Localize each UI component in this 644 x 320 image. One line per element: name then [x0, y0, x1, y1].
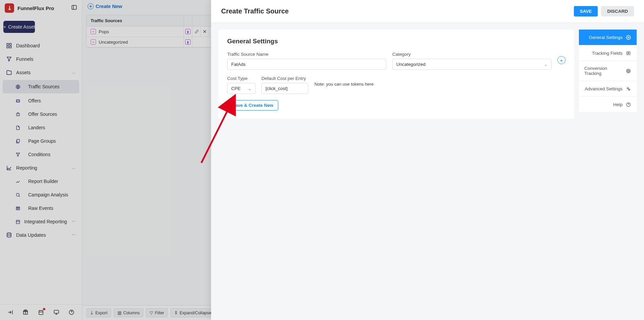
svg-point-18 [628, 37, 629, 38]
discard-button[interactable]: DISCARD [601, 6, 634, 16]
help-icon [625, 101, 631, 107]
chevron-down-icon: ⌄ [544, 62, 547, 67]
add-category-button[interactable]: + [557, 56, 565, 64]
cost-per-entry-label: Default Cost per Entry [261, 76, 308, 81]
tab-label: Tracking Fields [592, 51, 623, 56]
cost-type-value: CPE [231, 86, 241, 91]
tab-conversion-tracking[interactable]: Conversion Tracking [579, 61, 637, 81]
tab-label: Advanced Settings [585, 86, 623, 91]
cost-type-select[interactable]: CPE ⌄ [227, 83, 255, 94]
tab-label: Conversion Tracking [584, 66, 623, 76]
tab-label: General Settings [589, 35, 623, 40]
tab-tracking-fields[interactable]: Tracking Fields [579, 45, 637, 61]
category-label: Category [392, 52, 551, 57]
category-select[interactable]: Uncategorized ⌄ [392, 59, 551, 70]
tab-general-settings[interactable]: General Settings [579, 30, 637, 45]
cost-type-label: Cost Type [227, 76, 255, 81]
svg-point-24 [629, 89, 630, 90]
drawer-header: Create Traffic Source SAVE DISCARD [211, 0, 644, 23]
tab-advanced-settings[interactable]: Advanced Settings [579, 81, 637, 97]
panel-title: General Settings [227, 38, 565, 45]
create-traffic-source-drawer: Create Traffic Source SAVE DISCARD Gener… [211, 0, 644, 320]
tab-help[interactable]: Help [579, 97, 637, 112]
gears-icon [625, 86, 631, 92]
drawer-tabs: General Settings Tracking Fields Convers… [579, 30, 637, 119]
traffic-source-name-input[interactable] [227, 59, 386, 70]
gear-icon [625, 34, 631, 40]
cost-per-entry-input[interactable] [261, 83, 308, 94]
tab-label: Help [613, 102, 623, 107]
save-create-new-button[interactable]: Save & Create New [227, 100, 278, 110]
chevron-down-icon: ⌄ [248, 86, 251, 91]
drawer-title: Create Traffic Source [221, 7, 289, 15]
svg-point-23 [627, 87, 628, 89]
drawer-body: General Settings Traffic Source Name Cat… [211, 23, 644, 125]
target-icon [626, 68, 631, 74]
save-button[interactable]: SAVE [574, 6, 598, 16]
tokens-note: Note: you can use tokens here [314, 82, 374, 88]
general-settings-panel: General Settings Traffic Source Name Cat… [218, 30, 574, 119]
name-label: Traffic Source Name [227, 52, 386, 57]
list-icon [625, 50, 631, 56]
svg-point-22 [628, 71, 629, 71]
category-value: Uncategorized [396, 62, 426, 67]
